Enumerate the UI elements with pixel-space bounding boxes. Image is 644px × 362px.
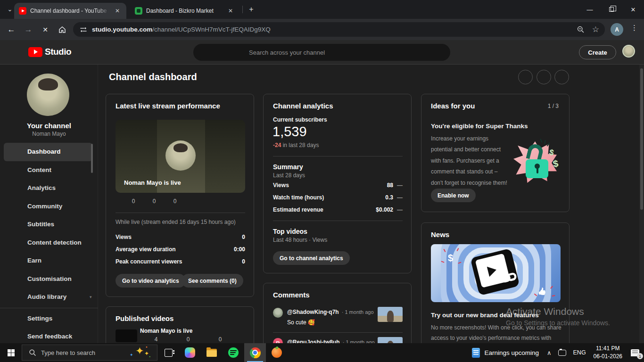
file-explorer-button[interactable] xyxy=(201,343,223,362)
tab-bizkro-dashboard[interactable]: Dashboard - Bizkro Market ✕ xyxy=(130,3,239,19)
fl-studio-icon xyxy=(272,347,282,358)
notification-center-button[interactable]: 1 xyxy=(626,343,644,362)
news-widget[interactable]: Earnings upcoming xyxy=(467,343,544,362)
close-button[interactable]: ✕ xyxy=(622,0,644,19)
divider xyxy=(273,156,403,156)
back-icon[interactable]: ← xyxy=(5,23,18,36)
youtube-studio-logo[interactable]: Studio xyxy=(28,47,71,57)
commenter-avatar[interactable] xyxy=(273,308,283,318)
published-video-title[interactable]: Noman Mayo is live xyxy=(140,328,192,334)
tab-close-icon[interactable]: ✕ xyxy=(226,7,235,15)
commenter-handle[interactable]: @RenuJoshi-tw8uh· 1 month ago xyxy=(287,339,375,343)
stat-row: Peak concurrent viewers 0 xyxy=(116,258,245,265)
page-scrollbar-thumb[interactable] xyxy=(640,68,643,210)
clock[interactable]: 11:41 PM 06-01-2026 xyxy=(590,345,626,361)
task-view-button[interactable] xyxy=(157,343,179,362)
taskbar-search[interactable]: ✦ ✦ ✦ ● ● xyxy=(22,345,157,361)
news-body-text: No more screenshots! With one click, you… xyxy=(431,323,562,343)
super-thanks-illustration: $ $ xyxy=(513,138,561,185)
sidebar-scrollbar-thumb[interactable] xyxy=(91,144,93,173)
language-indicator[interactable]: ENG xyxy=(570,349,590,356)
sidebar-item-community[interactable]: Community xyxy=(0,197,98,216)
new-tab-button[interactable]: + xyxy=(246,5,256,15)
stop-icon[interactable]: ✕ xyxy=(39,23,52,36)
sidebar-item-settings[interactable]: Settings xyxy=(0,310,98,328)
bookmark-star-icon[interactable]: ☆ xyxy=(592,25,599,34)
channel-avatar[interactable] xyxy=(27,74,69,116)
news-image[interactable]: $ 👍 xyxy=(431,244,561,302)
red-spark xyxy=(456,248,459,251)
red-spark xyxy=(458,262,461,263)
sidebar-item-analytics[interactable]: Analytics xyxy=(0,179,98,197)
header-action-circle-2[interactable] xyxy=(537,70,551,84)
copilot-button[interactable] xyxy=(179,343,201,362)
forward-icon[interactable]: → xyxy=(22,23,35,36)
sidebar-item-audio-library[interactable]: Audio library xyxy=(0,288,98,306)
sidebar-item-subtitles[interactable]: Subtitles xyxy=(0,215,98,234)
comment-video-thumbnail[interactable] xyxy=(378,337,403,343)
ideas-body-text: Increase your earnings potential and bet… xyxy=(431,133,510,189)
taskbar-search-input[interactable] xyxy=(41,349,112,356)
browser-profile-avatar[interactable]: A xyxy=(611,23,623,36)
header-action-circle-1[interactable] xyxy=(518,70,533,84)
spotify-button[interactable] xyxy=(223,343,244,362)
comment-item[interactable]: R @RenuJoshi-tw8uh· 1 month ago xyxy=(273,337,403,343)
divider xyxy=(116,213,245,213)
red-spark xyxy=(552,295,555,296)
url-bar[interactable]: studio.youtube.com/channel/UCpSWnH7mVcT-… xyxy=(73,22,605,37)
site-info-icon[interactable] xyxy=(80,26,87,33)
stat-label: Peak concurrent viewers xyxy=(116,258,182,265)
create-button[interactable]: Create xyxy=(579,45,616,59)
live-stream-thumbnail[interactable]: Noman Mayo is live xyxy=(116,120,245,193)
comment-video-thumbnail[interactable] xyxy=(378,307,403,322)
sidebar-item-content[interactable]: Content xyxy=(0,161,98,180)
comment-item[interactable]: @ShadowKing-q7h· 1 month ago So cute 🥰 xyxy=(273,307,403,329)
news-headline: Try out our new brand deal features xyxy=(431,312,539,319)
chrome-button[interactable] xyxy=(244,343,266,362)
sidebar-item-dashboard[interactable]: Dashboard xyxy=(4,143,92,161)
stat-value: 0 xyxy=(242,234,245,240)
published-video-thumbnail[interactable] xyxy=(116,329,137,342)
live-context-text: While live (stream ended 16 days 15 hour… xyxy=(116,219,236,225)
touch-keyboard-icon[interactable] xyxy=(558,350,566,356)
summary-row: Watch time (hours) 0.3 — xyxy=(273,194,403,201)
copilot-icon xyxy=(185,347,195,358)
pub-stat: 0 xyxy=(172,336,204,343)
url-text: studio.youtube.com/channel/UCpSWnH7mVcT-… xyxy=(92,26,271,33)
sidebar-item-content-detection[interactable]: Content detection xyxy=(0,234,98,252)
account-avatar[interactable] xyxy=(622,45,635,58)
dollar-icon: $ xyxy=(448,253,453,263)
tab-channel-dashboard[interactable]: Channel dashboard - YouTube S ✕ xyxy=(14,3,126,19)
home-icon[interactable] xyxy=(56,23,69,36)
commenter-handle[interactable]: @ShadowKing-q7h· 1 month ago xyxy=(287,309,374,315)
subscribers-change-suffix: in last 28 days xyxy=(281,142,319,148)
stat-row: Average view duration 0:00 xyxy=(116,246,245,253)
minimize-button[interactable]: — xyxy=(579,0,601,19)
browser-menu-icon[interactable]: ⋮ xyxy=(631,24,638,32)
tray-chevron-up-icon[interactable]: ∧ xyxy=(544,349,555,356)
mini-stat: 0 xyxy=(165,198,185,205)
fl-studio-button[interactable] xyxy=(266,343,288,362)
live-stream-card: Latest live stream performance Noman May… xyxy=(106,94,254,297)
header-action-circle-3[interactable] xyxy=(554,70,569,84)
analytics-card-title: Channel analytics xyxy=(273,102,333,110)
tab-close-icon[interactable]: ✕ xyxy=(113,7,122,15)
sidebar-item-earn[interactable]: Earn xyxy=(0,252,98,270)
go-to-video-analytics-button[interactable]: Go to video analytics xyxy=(116,274,186,288)
notification-badge: 1 xyxy=(637,353,643,359)
zoom-out-icon[interactable] xyxy=(577,25,585,33)
commenter-avatar[interactable]: R xyxy=(273,338,283,343)
restore-button[interactable] xyxy=(601,0,622,19)
enable-now-button[interactable]: Enable now xyxy=(431,189,476,202)
summary-title: Summary xyxy=(273,163,303,171)
go-to-channel-analytics-button[interactable]: Go to channel analytics xyxy=(273,251,350,265)
studio-search-input[interactable] xyxy=(193,44,450,61)
lock-icon xyxy=(526,159,548,178)
page-scrollbar[interactable] xyxy=(639,65,644,343)
start-button[interactable] xyxy=(0,343,22,362)
trend-dash-icon: — xyxy=(397,194,403,201)
sidebar-item-customisation[interactable]: Customisation xyxy=(0,270,98,288)
bizkro-favicon-icon xyxy=(135,7,142,15)
tab-divider xyxy=(242,6,243,13)
see-comments-button[interactable]: See comments (0) xyxy=(182,274,243,288)
